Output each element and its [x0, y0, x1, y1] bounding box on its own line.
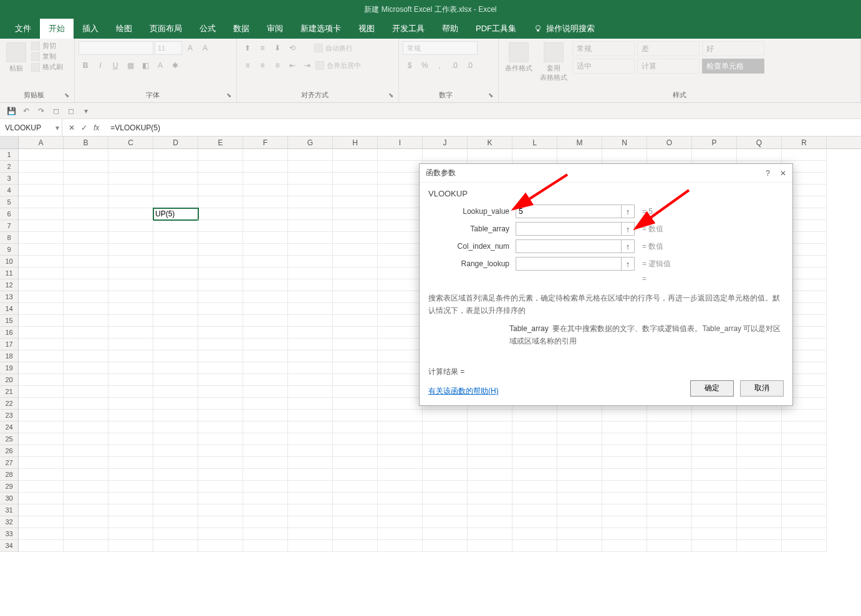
cell[interactable]	[64, 516, 108, 528]
cell[interactable]	[378, 469, 423, 481]
column-header[interactable]: C	[108, 137, 153, 148]
dec-decimal-button[interactable]: .0	[463, 59, 476, 72]
cell[interactable]	[243, 244, 288, 256]
cell[interactable]	[288, 303, 333, 315]
column-header[interactable]: Q	[737, 137, 782, 148]
cell[interactable]	[557, 469, 602, 481]
cell[interactable]	[333, 315, 378, 327]
cell[interactable]	[198, 504, 243, 516]
italic-button[interactable]: I	[94, 59, 107, 72]
clipboard-launcher[interactable]: ⬊	[64, 92, 70, 99]
cell[interactable]	[737, 504, 782, 516]
cell[interactable]	[198, 220, 243, 232]
cell[interactable]	[333, 327, 378, 339]
cell[interactable]	[153, 469, 198, 481]
cell[interactable]	[64, 362, 108, 374]
cell[interactable]	[512, 481, 557, 493]
cell[interactable]	[19, 433, 64, 445]
row-header[interactable]: 8	[0, 232, 19, 244]
cell[interactable]	[153, 421, 198, 433]
cell[interactable]	[288, 374, 333, 386]
cell[interactable]	[423, 445, 468, 457]
cell[interactable]	[288, 220, 333, 232]
cell[interactable]	[647, 528, 692, 540]
cell[interactable]	[243, 528, 288, 540]
cell[interactable]	[19, 173, 64, 185]
orientation-button[interactable]: ⟲	[286, 41, 299, 55]
cell[interactable]	[602, 149, 647, 161]
cell[interactable]	[108, 445, 153, 457]
cell[interactable]	[333, 410, 378, 421]
style-check[interactable]: 检查单元格	[702, 59, 764, 74]
cell[interactable]	[198, 291, 243, 303]
cell[interactable]	[19, 410, 64, 421]
tab-pdf[interactable]: PDF工具集	[467, 19, 525, 39]
cell[interactable]	[108, 149, 153, 161]
cell[interactable]	[19, 208, 64, 220]
formula-input[interactable]: =VLOOKUP(5)	[105, 123, 861, 132]
cell[interactable]	[378, 315, 423, 327]
arg-lookup-value-ref-button[interactable]: ↑	[621, 205, 635, 218]
cell[interactable]	[602, 469, 647, 481]
cell[interactable]	[288, 410, 333, 421]
row-header[interactable]: 21	[0, 386, 19, 398]
style-fit[interactable]: 适中	[572, 59, 635, 74]
cell[interactable]	[198, 421, 243, 433]
row-header[interactable]: 9	[0, 244, 19, 256]
cell[interactable]	[243, 516, 288, 528]
cell[interactable]	[64, 469, 108, 481]
cell[interactable]	[602, 457, 647, 469]
cell[interactable]	[108, 504, 153, 516]
cell[interactable]	[108, 540, 153, 552]
cell[interactable]	[198, 185, 243, 196]
cell[interactable]	[64, 267, 108, 279]
cell[interactable]	[19, 469, 64, 481]
cell[interactable]	[198, 149, 243, 161]
cell[interactable]	[19, 256, 64, 267]
cell[interactable]	[153, 504, 198, 516]
cell[interactable]	[64, 540, 108, 552]
align-left-button[interactable]: ≡	[241, 59, 254, 72]
cell[interactable]	[19, 481, 64, 493]
cell[interactable]	[64, 315, 108, 327]
cell[interactable]	[108, 267, 153, 279]
cell[interactable]	[198, 374, 243, 386]
cell[interactable]	[378, 244, 423, 256]
tab-formulas[interactable]: 公式	[191, 19, 224, 39]
cell[interactable]	[64, 244, 108, 256]
cell[interactable]	[333, 457, 378, 469]
cell[interactable]	[19, 362, 64, 374]
cell[interactable]	[512, 149, 557, 161]
cell[interactable]	[692, 149, 737, 161]
row-header[interactable]: 30	[0, 493, 19, 504]
cell[interactable]	[557, 445, 602, 457]
cell[interactable]	[64, 528, 108, 540]
row-header[interactable]: 4	[0, 185, 19, 196]
arg-col-index-input[interactable]	[516, 239, 622, 253]
cell[interactable]	[737, 433, 782, 445]
cell[interactable]	[737, 516, 782, 528]
cell[interactable]	[737, 457, 782, 469]
align-bottom-button[interactable]: ⬇	[271, 41, 284, 55]
merge-center-button[interactable]: 合并后居中	[315, 61, 361, 70]
cell[interactable]	[692, 516, 737, 528]
cell[interactable]	[333, 339, 378, 350]
cell[interactable]	[243, 504, 288, 516]
cell[interactable]	[333, 279, 378, 291]
cell[interactable]	[198, 540, 243, 552]
cell[interactable]	[557, 516, 602, 528]
cell[interactable]	[153, 398, 198, 410]
cell[interactable]	[243, 220, 288, 232]
dialog-titlebar[interactable]: 函数参数 ? ✕	[420, 164, 792, 183]
qat-icon-2[interactable]: ◻	[66, 106, 76, 116]
cell[interactable]	[108, 374, 153, 386]
cell[interactable]	[243, 161, 288, 173]
cell[interactable]	[19, 220, 64, 232]
cell[interactable]	[288, 457, 333, 469]
cell[interactable]	[333, 291, 378, 303]
cell[interactable]	[108, 291, 153, 303]
cell[interactable]	[782, 149, 827, 161]
cancel-formula-icon[interactable]: ✕	[69, 123, 75, 132]
cell[interactable]	[64, 256, 108, 267]
column-header[interactable]: L	[512, 137, 557, 148]
